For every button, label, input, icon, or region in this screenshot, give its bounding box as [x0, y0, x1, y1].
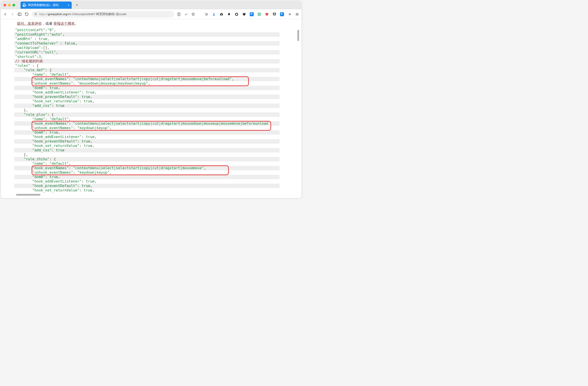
link-ask[interactable]: 提问、发表评价 — [17, 21, 42, 25]
minimize-window-icon[interactable] — [8, 4, 11, 6]
extension-icons: D S — [204, 12, 299, 16]
lock-icon — [34, 12, 37, 16]
svg-point-4 — [235, 13, 238, 15]
svg-point-13 — [275, 14, 275, 14]
panda-icon[interactable] — [273, 12, 276, 16]
link-report[interactable]: 举报这个脚本 — [53, 21, 75, 25]
svg-rect-7 — [243, 14, 246, 15]
check-icon[interactable] — [184, 12, 188, 17]
bear-icon[interactable] — [242, 12, 246, 16]
page-top-links: 提问、发表评价，或者 举报这个脚本。 — [14, 19, 301, 28]
overflow-icon[interactable] — [288, 12, 292, 16]
reader-mode-icon[interactable] — [177, 12, 181, 17]
tab-title: 网页限制解除(改) - 源码 — [28, 3, 59, 7]
extension-blue-1[interactable]: D — [250, 12, 254, 16]
svg-rect-8 — [258, 13, 261, 16]
circle-icon[interactable] — [234, 12, 239, 16]
svg-point-11 — [275, 13, 276, 14]
back-button[interactable] — [3, 12, 8, 17]
download-icon[interactable] — [212, 12, 216, 16]
bookmark-star-icon[interactable] — [191, 12, 195, 17]
svg-point-3 — [221, 14, 222, 15]
browser-window: 网页限制解除(改) - 源码 × + https://greasyfork.or… — [1, 1, 301, 198]
menu-icon[interactable] — [295, 12, 299, 16]
url-text: https://greasyfork.org/zh-CN/scripts/284… — [39, 12, 126, 16]
pocket-icon[interactable] — [265, 12, 269, 16]
tab-active[interactable]: 网页限制解除(改) - 源码 × — [21, 1, 72, 9]
svg-point-10 — [273, 13, 274, 14]
flame-icon[interactable] — [227, 12, 231, 16]
camera-icon[interactable] — [219, 12, 223, 16]
address-bar[interactable]: https://greasyfork.org/zh-CN/scripts/284… — [32, 11, 174, 18]
svg-point-12 — [274, 14, 274, 14]
vertical-scrollbar[interactable] — [297, 30, 299, 41]
sidebar-toggle-icon[interactable] — [17, 12, 22, 17]
tab-bar: 网页限制解除(改) - 源码 × + — [1, 1, 301, 9]
source-code[interactable]: "positionLeft":"0", "positionRight":"aut… — [14, 28, 279, 193]
save-page-icon[interactable] — [257, 12, 261, 16]
tab-favicon — [23, 3, 26, 7]
svg-rect-1 — [35, 14, 37, 15]
page-content[interactable]: 提问、发表评价，或者 举报这个脚本。 "positionLeft":"0", "… — [1, 19, 301, 198]
window-controls — [3, 4, 15, 6]
forward-button[interactable] — [10, 12, 15, 17]
tab-close-icon[interactable]: × — [68, 3, 69, 7]
maximize-window-icon[interactable] — [12, 4, 15, 6]
new-tab-button[interactable]: + — [73, 3, 80, 8]
reload-button[interactable] — [24, 12, 29, 17]
close-window-icon[interactable] — [3, 4, 6, 6]
undo-icon[interactable] — [204, 12, 208, 16]
svg-rect-0 — [18, 13, 21, 16]
horizontal-scrollbar[interactable] — [16, 194, 41, 196]
extension-blue-2[interactable]: S — [280, 12, 284, 16]
toolbar: https://greasyfork.org/zh-CN/scripts/284… — [1, 9, 301, 19]
